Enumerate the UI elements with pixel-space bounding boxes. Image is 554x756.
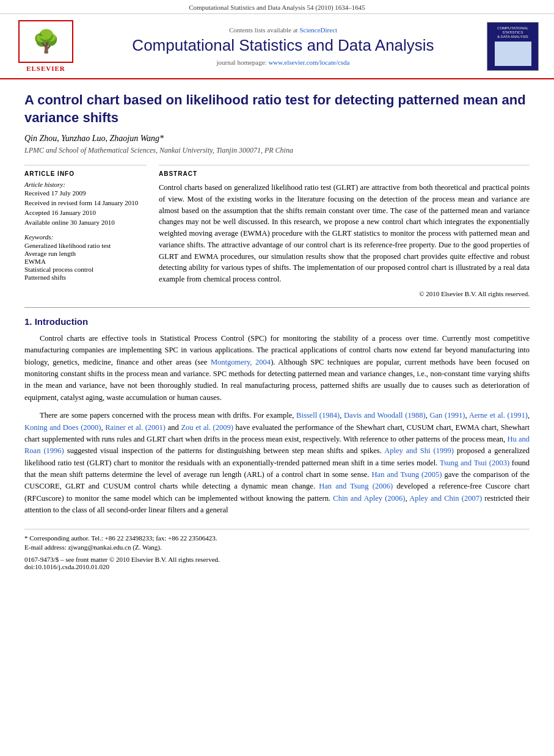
zou-ref[interactable]: Zou et al. (2009): [181, 423, 233, 432]
journal-cover-section: COMPUTATIONALSTATISTICS& DATA ANALYSIS: [487, 22, 542, 71]
paper-title: A control chart based on likelihood rati…: [24, 92, 530, 126]
cover-image: [495, 42, 531, 66]
authors: Qin Zhou, Yunzhao Luo, Zhaojun Wang*: [24, 134, 530, 144]
journal-title: Computational Statistics and Data Analys…: [86, 36, 481, 55]
intro-section-title: 1. Introduction: [24, 316, 530, 327]
keyword-1: Generalized likelihood ratio test: [24, 242, 147, 249]
bissell-ref[interactable]: Bissell (1984): [296, 411, 340, 420]
copyright: © 2010 Elsevier B.V. All rights reserved…: [159, 290, 530, 297]
keywords-section: Keywords: Generalized likelihood ratio t…: [24, 233, 147, 281]
abstract-title: Abstract: [159, 170, 530, 177]
han-tsung-2006-ref[interactable]: Han and Tsung (2006): [319, 482, 393, 490]
keyword-2: Average run length: [24, 250, 147, 257]
main-content: A control chart based on likelihood rati…: [0, 79, 554, 583]
keyword-4: Statistical process control: [24, 266, 147, 273]
journal-title-section: Contents lists available at ScienceDirec…: [86, 26, 481, 65]
footnote-license: 0167-9473/$ – see front matter © 2010 El…: [24, 556, 530, 570]
keywords-label: Keywords:: [24, 233, 147, 241]
elsevier-name: ELSEVIER: [26, 65, 65, 72]
journal-cover: COMPUTATIONALSTATISTICS& DATA ANALYSIS: [487, 22, 539, 71]
footnote-email: E-mail address: zjwang@nankai.edu.cn (Z.…: [24, 543, 530, 551]
section-divider: [24, 307, 530, 308]
footnote-section: * Corresponding author. Tel.: +86 22 234…: [24, 529, 530, 570]
revised-date: Received in revised form 14 January 2010: [24, 199, 147, 206]
chin-apley-ref[interactable]: Chin and Apley (2006): [333, 494, 405, 503]
footnote-corresponding: * Corresponding author. Tel.: +86 22 234…: [24, 534, 530, 542]
intro-paragraph-2: There are some papers concerned with the…: [24, 410, 530, 516]
affiliation: LPMC and School of Mathematical Sciences…: [24, 146, 530, 155]
rainer-ref[interactable]: Rainer et al. (2001): [105, 423, 166, 432]
accepted-date: Accepted 16 January 2010: [24, 209, 147, 216]
apley-shi-ref[interactable]: Apley and Shi (1999): [384, 446, 454, 455]
article-meta-section: Article info Article history: Received 1…: [24, 165, 530, 297]
montgomery-ref[interactable]: Montgomery, 2004: [211, 358, 271, 366]
cover-title: COMPUTATIONALSTATISTICS& DATA ANALYSIS: [497, 26, 528, 40]
abstract-text: Control charts based on generalized like…: [159, 182, 530, 285]
han-tsung-2005-ref[interactable]: Han and Tsung (2005): [372, 470, 442, 479]
elsevier-logo-section: 🌳 ELSEVIER: [12, 20, 79, 72]
keyword-3: EWMA: [24, 258, 147, 265]
elsevier-logo-box: 🌳: [18, 20, 73, 63]
journal-reference: Computational Statistics and Data Analys…: [0, 0, 554, 14]
koning-ref[interactable]: Koning and Does (2000): [24, 423, 101, 432]
apley-chin-ref[interactable]: Apley and Chin (2007): [409, 494, 482, 503]
contents-line: Contents lists available at ScienceDirec…: [86, 26, 481, 34]
hu-roan-ref[interactable]: Hu and Roan (1996): [24, 435, 530, 455]
aerne-ref[interactable]: Aerne et al. (1991): [469, 411, 528, 420]
received-date: Received 17 July 2009: [24, 189, 147, 197]
article-info: Article info Article history: Received 1…: [24, 165, 147, 297]
journal-homepage: journal homepage: www.elsevier.com/locat…: [86, 59, 481, 66]
available-online-date: Available online 30 January 2010: [24, 219, 147, 226]
intro-paragraph-1: Control charts are effective tools in St…: [24, 333, 530, 404]
journal-homepage-link[interactable]: www.elsevier.com/locate/csda: [268, 59, 349, 66]
abstract-section: Abstract Control charts based on general…: [159, 165, 530, 297]
gan-ref[interactable]: Gan (1991): [430, 411, 465, 420]
journal-header: 🌳 ELSEVIER Contents lists available at S…: [0, 14, 554, 79]
sciencedirect-link[interactable]: ScienceDirect: [299, 26, 337, 34]
tsung-tsui-ref[interactable]: Tsung and Tsui (2003): [440, 459, 509, 467]
davis-woodall-ref[interactable]: Davis and Woodall (1988): [344, 411, 426, 420]
keyword-5: Patterned shifts: [24, 274, 147, 281]
article-info-title: Article info: [24, 170, 147, 177]
history-label: Article history:: [24, 181, 147, 188]
elsevier-logo: 🌳 ELSEVIER: [12, 20, 79, 72]
